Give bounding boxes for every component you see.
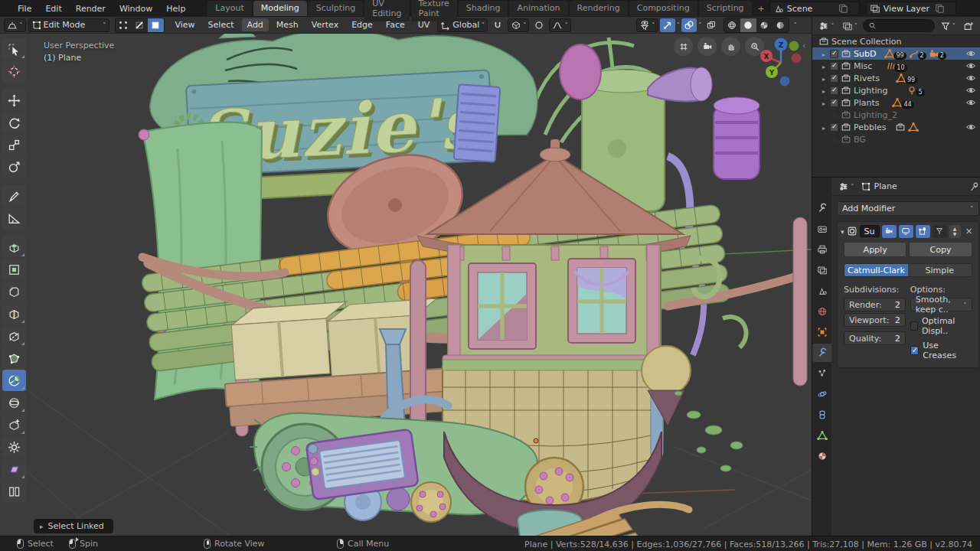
- menu-select[interactable]: Select: [203, 18, 240, 31]
- tool-rotate[interactable]: [2, 112, 26, 133]
- use-creases-checkbox[interactable]: [910, 346, 919, 355]
- tab-modifiers[interactable]: [812, 344, 831, 362]
- disclosure-icon[interactable]: [820, 73, 828, 83]
- tab-scene[interactable]: [812, 282, 831, 300]
- menu-help[interactable]: Help: [159, 2, 192, 16]
- add-workspace-button[interactable]: +: [753, 2, 769, 16]
- tab-tool[interactable]: [812, 199, 831, 217]
- shading-wireframe-button[interactable]: [724, 18, 740, 32]
- menu-vertex[interactable]: Vertex: [306, 18, 344, 31]
- simple-button[interactable]: Simple: [908, 264, 972, 276]
- tool-inset-faces[interactable]: [2, 259, 26, 280]
- disclosure-icon[interactable]: [820, 122, 828, 132]
- tab-object[interactable]: [812, 323, 831, 341]
- new-view-layer-icon[interactable]: [934, 3, 945, 14]
- sidebar-collapse-arrow[interactable]: ‹: [802, 41, 805, 50]
- outliner-search-input[interactable]: [863, 19, 935, 32]
- outliner-row-scene-collection[interactable]: Scene Collection: [812, 35, 980, 47]
- display-mode-button[interactable]: [840, 19, 861, 33]
- outliner-row-lighting-2[interactable]: Lighting_2: [812, 109, 980, 121]
- tool-cursor[interactable]: [2, 60, 26, 82]
- collection-checkbox[interactable]: [830, 135, 838, 144]
- tool-bevel[interactable]: [2, 281, 26, 302]
- menu-edit[interactable]: Edit: [38, 2, 68, 16]
- tool-annotate[interactable]: [2, 185, 26, 207]
- toggle-perspective-button[interactable]: [674, 37, 693, 56]
- tab-view-layer[interactable]: [812, 261, 831, 279]
- collection-checkbox[interactable]: [830, 86, 838, 95]
- tab-output[interactable]: [812, 240, 831, 259]
- shading-dropdown[interactable]: [794, 20, 798, 30]
- camera-view-button[interactable]: [697, 37, 717, 56]
- properties-editor-button[interactable]: [836, 180, 857, 194]
- tool-smooth[interactable]: [2, 392, 26, 413]
- tab-uv-editing[interactable]: UV Editing: [364, 0, 409, 21]
- new-collection-button[interactable]: [961, 19, 976, 33]
- eye-icon[interactable]: [965, 97, 976, 108]
- tab-rendering[interactable]: Rendering: [570, 1, 628, 16]
- mode-dropdown[interactable]: Edit Mode: [28, 18, 109, 32]
- outliner-row-misc[interactable]: Misc 10: [812, 60, 980, 72]
- disclosure-icon[interactable]: [820, 61, 828, 71]
- viewport-3d[interactable]: Edit Mode View Select Add Mesh Vertex Ed…: [0, 17, 812, 536]
- realtime-toggle[interactable]: [899, 225, 913, 238]
- tool-shear[interactable]: [2, 458, 26, 480]
- outliner-row-pebbles[interactable]: Pebbles: [812, 121, 980, 133]
- tool-poly-build[interactable]: [2, 347, 26, 369]
- apply-button[interactable]: Apply: [844, 242, 906, 257]
- disclosure-icon[interactable]: [820, 49, 828, 59]
- falloff-dropdown[interactable]: [549, 18, 571, 32]
- menu-window[interactable]: Window: [113, 2, 159, 16]
- cage-toggle[interactable]: [933, 225, 947, 238]
- vertex-select-button[interactable]: [116, 18, 132, 32]
- tool-select-box[interactable]: [2, 38, 26, 60]
- tab-compositing[interactable]: Compositing: [629, 1, 697, 16]
- pin-button[interactable]: [969, 181, 980, 192]
- view-layer-selector[interactable]: View Layer: [866, 2, 956, 15]
- axis-neg-z-ball[interactable]: [780, 77, 790, 86]
- optimal-display-checkbox[interactable]: [910, 321, 918, 331]
- outliner-row-lighting[interactable]: Lighting 5: [812, 84, 980, 96]
- copy-button[interactable]: Copy: [909, 242, 972, 257]
- tab-particles[interactable]: [812, 364, 831, 383]
- delete-modifier-button[interactable]: ×: [963, 226, 975, 236]
- editmode-toggle[interactable]: [916, 225, 930, 238]
- tab-material[interactable]: [812, 447, 831, 465]
- overlays-dropdown[interactable]: [698, 20, 702, 30]
- tab-animation[interactable]: Animation: [509, 1, 567, 16]
- filter-button[interactable]: [938, 19, 959, 33]
- catmull-clark-button[interactable]: Catmull-Clark: [844, 264, 908, 276]
- collection-checkbox[interactable]: [830, 62, 838, 70]
- tool-loop-cut[interactable]: [2, 303, 26, 324]
- optimal-display-checkbox-row[interactable]: Optimal Displ..: [910, 316, 972, 336]
- edge-select-button[interactable]: [132, 18, 148, 32]
- operator-panel[interactable]: Select Linked: [34, 519, 113, 533]
- outliner-row-bg[interactable]: BG: [812, 133, 980, 145]
- tool-rip-region[interactable]: [2, 481, 26, 502]
- quality-field[interactable]: Quality: 2: [844, 331, 906, 345]
- tab-render[interactable]: [812, 220, 831, 238]
- menu-view[interactable]: View: [170, 18, 201, 31]
- disclosure-icon[interactable]: [820, 86, 828, 96]
- render-subdivisions-field[interactable]: Render: 2: [844, 298, 906, 311]
- outliner-editor-button[interactable]: [816, 19, 837, 33]
- tab-object-data[interactable]: [812, 426, 831, 445]
- axis-neg-y-ball[interactable]: [789, 41, 799, 51]
- menu-add[interactable]: Add: [242, 18, 269, 31]
- tab-modeling[interactable]: Modeling: [253, 1, 307, 16]
- collection-checkbox[interactable]: [830, 123, 838, 132]
- collection-checkbox[interactable]: [830, 99, 838, 107]
- use-creases-checkbox-row[interactable]: Use Creases: [910, 341, 972, 360]
- menu-file[interactable]: File: [11, 2, 38, 16]
- gizmos-dropdown[interactable]: [677, 20, 681, 30]
- axis-neg-x-ball[interactable]: [792, 54, 802, 64]
- snap-toggle-button[interactable]: [490, 18, 505, 32]
- tab-texture-paint[interactable]: Texture Paint: [411, 0, 457, 21]
- tool-spin[interactable]: [2, 370, 26, 391]
- tool-knife[interactable]: [2, 325, 26, 347]
- proportional-edit-toggle[interactable]: [531, 18, 547, 32]
- menu-mesh[interactable]: Mesh: [271, 18, 304, 31]
- eye-icon[interactable]: [965, 60, 976, 71]
- collection-checkbox[interactable]: [830, 50, 838, 58]
- tab-constraints[interactable]: [812, 406, 831, 424]
